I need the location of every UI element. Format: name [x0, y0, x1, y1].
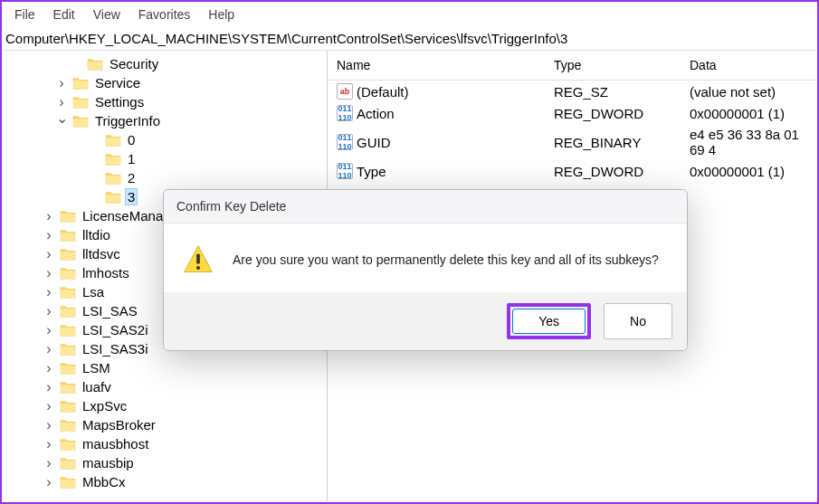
chevron-right-icon[interactable]: [42, 341, 56, 357]
col-header-name[interactable]: Name: [337, 58, 554, 72]
string-value-icon: ab: [337, 83, 353, 100]
menu-view[interactable]: View: [86, 5, 128, 24]
binary-value-icon: 011110: [337, 105, 353, 121]
chevron-right-icon[interactable]: [54, 94, 69, 110]
folder-icon: [60, 476, 76, 489]
folder-icon: [60, 362, 76, 375]
tree-item-lsm[interactable]: LSM: [5, 358, 327, 377]
folder-icon: [60, 248, 76, 261]
warning-icon: [182, 243, 214, 276]
chevron-right-icon[interactable]: [42, 322, 56, 338]
tree-item-triggerinfo[interactable]: TriggerInfo: [5, 111, 327, 130]
chevron-down-icon[interactable]: [54, 112, 69, 129]
tree-item-mausbip[interactable]: mausbip: [5, 453, 327, 472]
address-bar[interactable]: Computer\HKEY_LOCAL_MACHINE\SYSTEM\Curre…: [2, 27, 817, 51]
dialog-body: Are you sure you want to permanently del…: [164, 223, 687, 292]
folder-icon: [60, 267, 76, 280]
tree-item-security[interactable]: Security: [5, 54, 327, 73]
folder-icon: [60, 229, 76, 242]
value-row[interactable]: 011110Action REG_DWORD 0x00000001 (1): [328, 102, 817, 124]
tree-item-1[interactable]: 1: [5, 149, 327, 168]
folder-icon: [72, 115, 89, 128]
col-header-type[interactable]: Type: [554, 58, 690, 72]
menu-bar: File Edit View Favorites Help: [2, 2, 817, 27]
dialog-message: Are you sure you want to permanently del…: [233, 252, 659, 267]
tree-item-mausbhost[interactable]: mausbhost: [5, 434, 327, 453]
chevron-right-icon[interactable]: [42, 265, 56, 281]
chevron-right-icon[interactable]: [42, 417, 56, 433]
folder-icon: [60, 419, 76, 432]
folder-icon: [60, 438, 76, 451]
folder-icon: [60, 324, 76, 337]
folder-icon: [72, 77, 89, 90]
folder-icon: [105, 134, 121, 147]
tree-item-luafv[interactable]: luafv: [5, 377, 327, 396]
tree-item-mbbcx[interactable]: MbbCx: [5, 472, 327, 491]
chevron-right-icon[interactable]: [42, 474, 56, 490]
tree-item-2[interactable]: 2: [5, 168, 327, 187]
tree-item-service[interactable]: Service: [5, 73, 327, 92]
folder-icon: [60, 210, 76, 223]
chevron-right-icon[interactable]: [42, 360, 56, 376]
chevron-right-icon[interactable]: [42, 284, 56, 300]
dialog-title: Confirm Key Delete: [164, 190, 687, 223]
folder-icon: [105, 191, 121, 204]
chevron-right-icon[interactable]: [42, 455, 56, 471]
yes-highlight: Yes: [507, 303, 591, 339]
menu-help[interactable]: Help: [201, 5, 242, 24]
value-row[interactable]: 011110GUID REG_BINARY e4 e5 36 33 8a 01 …: [328, 124, 817, 160]
value-row[interactable]: 011110Type REG_DWORD 0x00000001 (1): [328, 160, 817, 182]
folder-icon: [87, 58, 103, 71]
confirm-dialog: Confirm Key Delete Are you sure you want…: [163, 189, 688, 351]
chevron-right-icon[interactable]: [42, 379, 56, 395]
folder-icon: [60, 457, 76, 470]
folder-icon: [60, 381, 76, 394]
yes-button[interactable]: Yes: [512, 309, 586, 334]
folder-icon: [72, 96, 89, 109]
folder-icon: [60, 343, 76, 356]
value-row[interactable]: ab(Default) REG_SZ (value not set): [328, 81, 817, 102]
folder-icon: [60, 400, 76, 413]
column-headers: Name Type Data: [328, 51, 817, 81]
tree-item-settings[interactable]: Settings: [5, 92, 327, 111]
folder-icon: [60, 305, 76, 318]
col-header-data[interactable]: Data: [690, 58, 808, 72]
binary-value-icon: 011110: [337, 163, 353, 179]
menu-file[interactable]: File: [7, 5, 43, 24]
folder-icon: [60, 286, 76, 299]
no-button[interactable]: No: [604, 303, 672, 339]
chevron-right-icon[interactable]: [42, 208, 56, 224]
tree-item-lxpsvc[interactable]: LxpSvc: [5, 396, 327, 415]
menu-favorites[interactable]: Favorites: [131, 5, 198, 24]
chevron-right-icon[interactable]: [42, 227, 56, 243]
chevron-right-icon[interactable]: [42, 398, 56, 414]
dialog-buttons: Yes No: [164, 292, 687, 350]
binary-value-icon: 011110: [337, 134, 353, 150]
menu-edit[interactable]: Edit: [46, 5, 82, 24]
chevron-right-icon[interactable]: [54, 75, 69, 91]
chevron-right-icon[interactable]: [42, 436, 56, 452]
chevron-right-icon[interactable]: [42, 246, 56, 262]
folder-icon: [105, 172, 121, 185]
folder-icon: [105, 153, 121, 166]
chevron-right-icon[interactable]: [42, 303, 56, 319]
tree-item-mapsbroker[interactable]: MapsBroker: [5, 415, 327, 434]
tree-item-0[interactable]: 0: [5, 130, 327, 149]
